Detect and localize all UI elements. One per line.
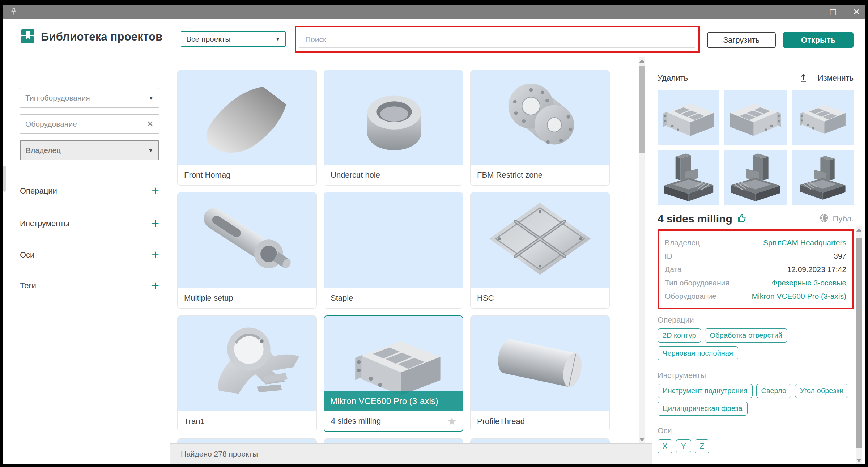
tag-chip: Сверло [756, 384, 791, 398]
tag-chip: Цилиндрическая фреза [658, 402, 748, 416]
project-card[interactable]: ProfileThread [470, 315, 610, 432]
grid-scrollbar-thumb[interactable] [639, 66, 645, 153]
field-value-link[interactable]: Mikron VCE600 Pro (3-axis) [752, 292, 846, 301]
field-label: Владелец [665, 238, 700, 247]
sidebar-section-label: Теги [20, 281, 36, 290]
details-scrollbar-thumb[interactable] [856, 238, 862, 448]
field-label: Тип оборудования [665, 279, 729, 287]
thumbnail-machine-view-1[interactable] [658, 150, 719, 205]
add-operation-filter-button[interactable]: + [152, 186, 159, 196]
details-scrollbar[interactable] [856, 226, 862, 464]
edit-button[interactable]: Изменить [818, 73, 854, 83]
thumbnail-part-view-3[interactable] [792, 90, 854, 145]
like-icon[interactable] [737, 213, 748, 225]
add-tool-filter-button[interactable]: + [152, 218, 159, 229]
chevron-down-icon: ▼ [148, 95, 154, 101]
application-window: − □ ✕ Библиотека проектов Тип оборудован… [3, 5, 865, 464]
delete-button[interactable]: Удалить [658, 73, 688, 83]
tag-chip: 2D контур [658, 328, 701, 343]
status-bar: Найдено 278 проекты [170, 443, 652, 464]
project-card[interactable]: Staple [324, 192, 463, 309]
project-preview [178, 70, 316, 165]
app-root: − □ ✕ Библиотека проектов Тип оборудован… [0, 0, 868, 467]
project-card[interactable]: HSC [470, 192, 610, 309]
project-card-title: Undercut hole [331, 170, 380, 180]
tools-section-label: Инструменты [658, 371, 854, 380]
sidebar-divider [170, 19, 170, 464]
project-card-title: Multiple setup [184, 293, 233, 303]
sidebar-item-tags: Теги + [20, 280, 159, 291]
tag-chip: Обработка отверстий [705, 328, 787, 343]
thumbnail-machine-view-3[interactable] [792, 150, 854, 205]
project-preview [471, 192, 609, 288]
operations-tags: 2D контур Обработка отверстий Черновая п… [658, 328, 849, 360]
thumbnail-part-view-1[interactable] [658, 90, 719, 145]
project-card-title: 4 sides milling [331, 416, 381, 426]
favorite-star-icon[interactable]: ★ [447, 415, 457, 428]
field-label: Дата [665, 265, 682, 274]
annotation-highlight-details: Владелец SprutCAM Headquarters ID 397 Да… [658, 229, 854, 309]
field-label: Оборудование [665, 292, 716, 301]
equipment-field[interactable]: ✕ [20, 114, 159, 134]
operations-section-label: Операции [658, 316, 854, 325]
sidebar-scroll-handle[interactable] [3, 166, 6, 192]
results-count: Найдено 278 проекты [181, 450, 258, 458]
project-preview [471, 316, 609, 411]
add-axis-filter-button[interactable]: + [152, 250, 159, 260]
thumbnail-machine-view-2[interactable] [724, 150, 786, 205]
thumbnail-part-view-2[interactable] [724, 90, 786, 145]
open-button[interactable]: Открыть [783, 32, 854, 48]
minimize-button[interactable]: − [808, 8, 813, 16]
sidebar-item-axes: Оси + [20, 250, 159, 260]
sidebar-section-label: Оси [20, 250, 34, 260]
details-panel: Удалить Изменить [658, 72, 854, 453]
field-value: 397 [834, 252, 846, 260]
axes-tags: X Y Z [658, 439, 849, 453]
upload-project-icon[interactable] [798, 73, 808, 83]
page-title: Библиотека проектов [41, 30, 162, 43]
field-value-link[interactable]: Фрезерные 3-осевые [772, 279, 846, 287]
owner-dropdown[interactable]: Владелец ▼ [20, 140, 159, 160]
chevron-down-icon: ▼ [148, 147, 153, 153]
project-preview [178, 192, 316, 288]
upload-button[interactable]: Загрузить [707, 32, 776, 48]
tag-chip: Z [695, 439, 709, 453]
tag-chip: Инструмент поднутрения [658, 384, 753, 398]
maximize-button[interactable]: □ [830, 7, 836, 17]
scroll-down-icon[interactable] [856, 459, 862, 462]
machine-banner: Mikron VCE600 Pro (3-axis) [324, 391, 463, 411]
equipment-type-placeholder: Тип оборудования [25, 94, 90, 102]
axes-section-label: Оси [658, 426, 854, 436]
sidebar-item-tools: Инструменты + [20, 218, 159, 229]
scroll-up-icon[interactable] [856, 228, 862, 232]
pin-icon[interactable] [9, 7, 18, 17]
project-card[interactable]: FBM Restrict zone [470, 70, 610, 186]
project-card[interactable]: Multiple setup [177, 192, 317, 309]
project-filter-dropdown[interactable]: Все проекты ▼ [181, 31, 286, 47]
project-card[interactable]: Front Homag [177, 70, 317, 186]
field-equipment-type: Тип оборудования Фрезерные 3-осевые [665, 276, 846, 289]
project-card-selected[interactable]: Mikron VCE600 Pro (3-axis) 4 sides milli… [324, 315, 463, 432]
tag-chip: Черновая послойная [658, 346, 738, 360]
sidebar-section-label: Инструменты [20, 219, 69, 228]
visibility-label: Публ. [833, 214, 854, 224]
project-card-title: ProfileThread [477, 417, 525, 426]
preview-thumbnails [658, 90, 854, 205]
clear-icon[interactable]: ✕ [146, 119, 154, 129]
equipment-input[interactable] [25, 120, 146, 128]
equipment-type-dropdown[interactable]: Тип оборудования ▼ [20, 88, 159, 108]
grid-scrollbar[interactable] [639, 57, 645, 443]
field-value-link[interactable]: SprutCAM Headquarters [763, 238, 846, 247]
tag-chip: X [658, 439, 672, 453]
scroll-down-icon[interactable] [639, 438, 645, 441]
close-button[interactable]: ✕ [852, 7, 860, 17]
scroll-up-icon[interactable] [639, 59, 645, 63]
search-input[interactable] [299, 31, 695, 48]
project-card[interactable]: Tran1 [177, 315, 317, 432]
titlebar-separator [24, 8, 24, 16]
project-card[interactable]: Undercut hole [324, 70, 463, 186]
add-tag-filter-button[interactable]: + [152, 280, 159, 291]
field-date: Дата 12.09.2023 17:42 [665, 263, 846, 276]
project-card-title: FBM Restrict zone [477, 170, 542, 180]
project-card-title: Front Homag [184, 170, 230, 180]
